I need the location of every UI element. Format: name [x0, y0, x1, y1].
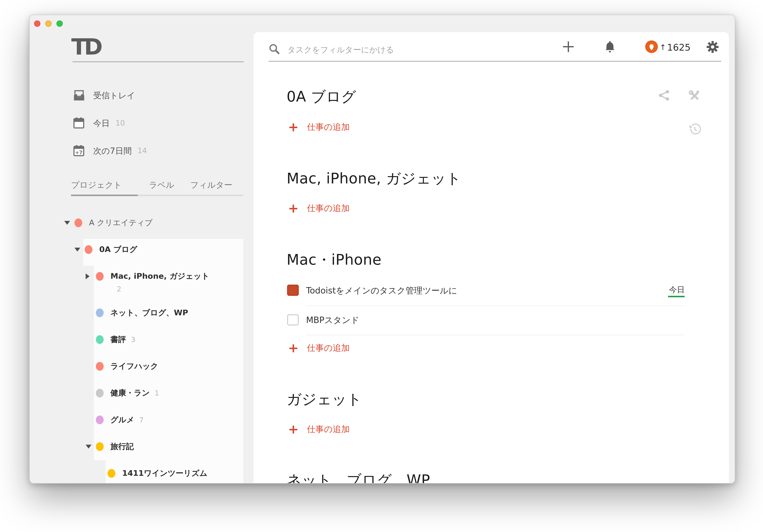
section-title: 0A ブログ — [286, 87, 356, 107]
zoom-window-button[interactable] — [56, 20, 63, 27]
tab-projects[interactable]: プロジェクト — [71, 179, 122, 191]
task-divider — [306, 335, 685, 335]
tab-filters[interactable]: フィルター — [190, 179, 232, 191]
project-name: 1411ワインツーリズム — [122, 469, 207, 479]
sidebar-header-divider — [72, 61, 244, 62]
screenshot-stage: TD ↑ 1625 — [0, 0, 763, 532]
project-name: 書評3 — [110, 335, 135, 345]
karma-up-arrow: ↑ — [660, 43, 666, 52]
project-color-dot — [85, 245, 92, 254]
project-name: 健康・ラン1 — [110, 388, 159, 398]
project-row-1[interactable]: 0A ブログ — [30, 250, 244, 264]
sidebar-item-inbox[interactable]: 受信トレイ — [72, 88, 135, 102]
project-row-2[interactable]: Mac, iPhone, ガジェット2 — [30, 276, 244, 291]
sidebar-item-next7days[interactable]: +7次の7日間14 — [72, 144, 147, 158]
task-history-button[interactable] — [688, 123, 701, 136]
project-color-dot — [96, 335, 104, 344]
calendar-next7-icon: +7 — [72, 144, 85, 157]
quick-add-button[interactable] — [562, 40, 575, 53]
history-icon — [688, 129, 701, 138]
section-title: ガジェット — [286, 390, 362, 410]
project-color-dot — [96, 442, 104, 451]
project-count: 7 — [139, 416, 144, 424]
tools-icon — [688, 95, 701, 104]
add-task-button[interactable]: +仕事の追加 — [288, 342, 350, 354]
app-window: TD ↑ 1625 — [29, 15, 735, 483]
search-input[interactable] — [286, 42, 410, 57]
project-color-dot — [96, 308, 104, 317]
karma-score[interactable]: ↑ 1625 — [660, 41, 691, 53]
minimize-window-button[interactable] — [45, 20, 52, 27]
project-name: ライフハック — [110, 362, 158, 372]
add-task-button[interactable]: +仕事の追加 — [288, 121, 350, 133]
plus-icon: + — [288, 343, 299, 353]
project-row-8[interactable]: 旅行記 — [30, 447, 244, 461]
due-date-label[interactable]: 今日 — [669, 285, 685, 295]
task-checkbox-priority[interactable] — [287, 284, 299, 295]
task-text[interactable]: Todoistをメインのタスク管理ツールに — [306, 285, 457, 296]
project-row-7[interactable]: グルメ7 — [30, 420, 244, 435]
project-name: A クリエイティブ — [89, 218, 153, 228]
svg-text:+7: +7 — [75, 150, 82, 155]
settings-gear-icon[interactable] — [706, 41, 718, 53]
project-color-dot — [96, 415, 104, 424]
plus-icon: + — [288, 122, 299, 132]
item-count-badge: 14 — [138, 147, 147, 155]
sidebar-item-label: 受信トレイ — [93, 90, 135, 101]
sidebar-item-label: 今日 — [93, 118, 110, 129]
project-color-dot — [74, 218, 82, 227]
section-title: Mac・iPhone — [286, 250, 382, 270]
share-button[interactable] — [658, 89, 670, 101]
add-task-button[interactable]: +仕事の追加 — [288, 423, 350, 435]
project-count: 1 — [155, 389, 159, 397]
project-color-dot — [96, 389, 104, 397]
project-name: ネット、ブログ、WP — [110, 308, 188, 318]
share-icon — [658, 94, 670, 103]
project-count: 2 — [129, 482, 133, 483]
sidebar-item-today[interactable]: 今日10 — [72, 116, 125, 130]
expand-arrow-icon[interactable] — [85, 273, 89, 279]
collapse-arrow-icon[interactable] — [85, 445, 91, 449]
project-name: 0A ブログ — [99, 245, 137, 255]
collapse-arrow-icon[interactable] — [74, 248, 80, 252]
project-count: 2 — [117, 285, 121, 293]
project-name: グルメ7 — [110, 415, 144, 425]
project-row-4[interactable]: 書評3 — [30, 340, 244, 354]
project-row-6[interactable]: 健康・ラン1 — [30, 393, 244, 408]
calendar-today-icon — [72, 117, 85, 130]
project-color-dot — [96, 362, 104, 371]
add-task-label: 仕事の追加 — [307, 121, 350, 133]
project-name: Mac, iPhone, ガジェット — [110, 271, 209, 282]
task-text[interactable]: MBPスタンド — [306, 314, 359, 326]
project-row-3[interactable]: ネット、ブログ、WP — [30, 313, 244, 327]
add-task-label: 仕事の追加 — [307, 423, 350, 435]
topbar-divider — [269, 61, 721, 62]
add-task-button[interactable]: +仕事の追加 — [288, 202, 350, 214]
karma-badge-icon[interactable] — [645, 40, 658, 53]
add-task-label: 仕事の追加 — [307, 342, 350, 354]
inbox-icon — [72, 89, 85, 102]
project-row-9[interactable]: 1411ワインツーリズム2 — [30, 473, 244, 483]
project-tools-button[interactable] — [688, 89, 701, 102]
project-name: 旅行記 — [110, 442, 134, 452]
task-checkbox[interactable] — [287, 314, 299, 325]
app-logo: TD — [71, 36, 100, 58]
karma-points: 1625 — [667, 42, 691, 53]
notifications-bell-icon[interactable] — [604, 40, 616, 53]
plus-icon: + — [288, 424, 299, 434]
task-divider — [306, 305, 685, 306]
section-title: ネット、ブログ、WP — [286, 471, 430, 483]
tabs-active-underline — [71, 195, 138, 196]
project-color-dot — [96, 272, 104, 281]
section-title: Mac, iPhone, ガジェット — [286, 169, 461, 189]
add-task-label: 仕事の追加 — [307, 202, 350, 214]
collapse-arrow-icon[interactable] — [64, 221, 70, 225]
tab-labels[interactable]: ラベル — [149, 179, 174, 191]
due-date-underline — [668, 296, 685, 297]
project-row-0[interactable]: A クリエイティブ — [30, 223, 244, 237]
close-window-button[interactable] — [34, 20, 40, 27]
project-row-5[interactable]: ライフハック — [30, 366, 244, 381]
plus-icon: + — [288, 203, 299, 213]
project-color-dot — [108, 469, 115, 478]
project-count: 3 — [131, 336, 136, 344]
